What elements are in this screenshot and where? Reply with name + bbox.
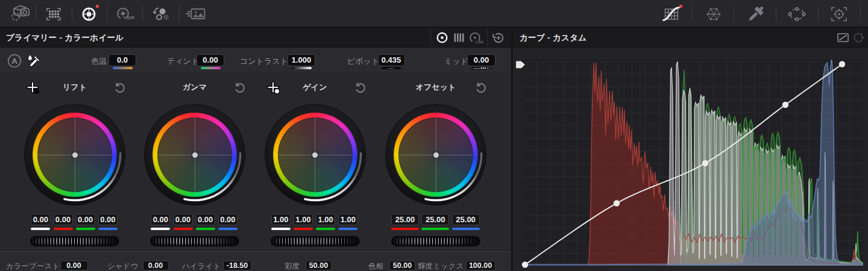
svg-text:HDR: HDR [124,15,135,20]
svg-text:LOG: LOG [476,40,483,44]
svg-text:A: A [11,57,17,66]
